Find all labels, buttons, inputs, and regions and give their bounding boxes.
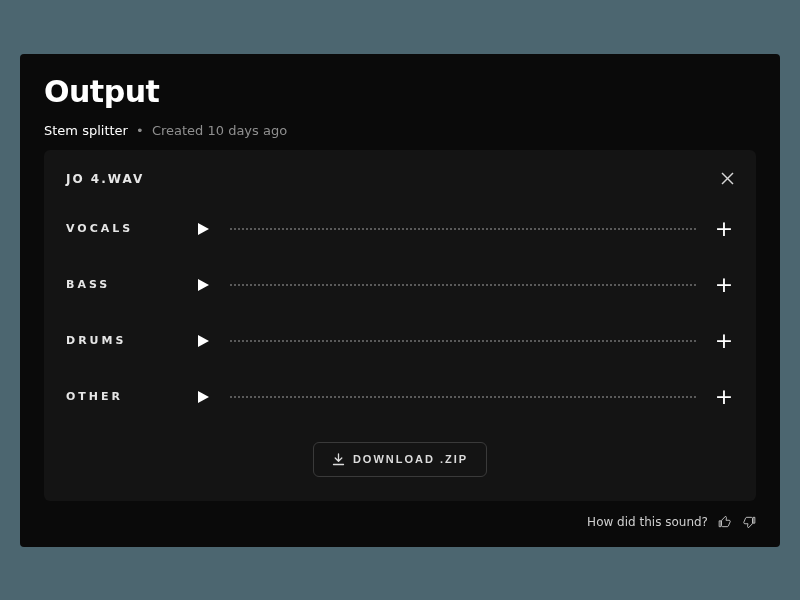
page-title: Output bbox=[44, 74, 756, 109]
thumbs-up-icon bbox=[718, 515, 732, 529]
waveform-track[interactable] bbox=[230, 227, 696, 230]
download-row: DOWNLOAD .ZIP bbox=[66, 442, 734, 477]
svg-marker-4 bbox=[198, 335, 209, 347]
download-zip-button[interactable]: DOWNLOAD .ZIP bbox=[313, 442, 487, 477]
stem-row: DRUMS+ bbox=[66, 330, 734, 352]
thumbs-down-icon bbox=[742, 515, 756, 529]
feedback-prompt: How did this sound? bbox=[587, 515, 708, 529]
thumbs-down-button[interactable] bbox=[742, 515, 756, 529]
play-icon bbox=[196, 334, 210, 348]
play-button[interactable] bbox=[194, 276, 212, 294]
svg-marker-2 bbox=[198, 223, 209, 235]
svg-marker-5 bbox=[198, 391, 209, 403]
created-timestamp: Created 10 days ago bbox=[152, 123, 287, 138]
close-icon bbox=[721, 172, 734, 185]
waveform-track[interactable] bbox=[230, 283, 696, 286]
feedback-row: How did this sound? bbox=[44, 515, 756, 529]
add-stem-button[interactable]: + bbox=[714, 274, 734, 296]
close-button[interactable] bbox=[721, 170, 734, 188]
waveform-track[interactable] bbox=[230, 395, 696, 398]
stems-card: JO 4.WAV VOCALS+BASS+DRUMS+OTHER+ DOWNLO… bbox=[44, 150, 756, 501]
add-stem-button[interactable]: + bbox=[714, 218, 734, 240]
stem-label: VOCALS bbox=[66, 222, 176, 235]
file-header-row: JO 4.WAV bbox=[66, 170, 734, 188]
stem-label: OTHER bbox=[66, 390, 176, 403]
stem-row: OTHER+ bbox=[66, 386, 734, 408]
play-button[interactable] bbox=[194, 388, 212, 406]
download-icon bbox=[332, 453, 345, 466]
thumbs-up-button[interactable] bbox=[718, 515, 732, 529]
play-button[interactable] bbox=[194, 220, 212, 238]
play-icon bbox=[196, 390, 210, 404]
stem-row: VOCALS+ bbox=[66, 218, 734, 240]
download-label: DOWNLOAD .ZIP bbox=[353, 453, 468, 465]
stem-label: BASS bbox=[66, 278, 176, 291]
add-stem-button[interactable]: + bbox=[714, 386, 734, 408]
output-panel: Output Stem splitter • Created 10 days a… bbox=[20, 54, 780, 547]
source-name: Stem splitter bbox=[44, 123, 128, 138]
add-stem-button[interactable]: + bbox=[714, 330, 734, 352]
play-icon bbox=[196, 222, 210, 236]
stem-row: BASS+ bbox=[66, 274, 734, 296]
file-name: JO 4.WAV bbox=[66, 172, 144, 186]
subheading: Stem splitter • Created 10 days ago bbox=[44, 123, 756, 138]
waveform-track[interactable] bbox=[230, 339, 696, 342]
separator-dot: • bbox=[136, 123, 144, 138]
svg-marker-3 bbox=[198, 279, 209, 291]
play-button[interactable] bbox=[194, 332, 212, 350]
play-icon bbox=[196, 278, 210, 292]
stem-label: DRUMS bbox=[66, 334, 176, 347]
